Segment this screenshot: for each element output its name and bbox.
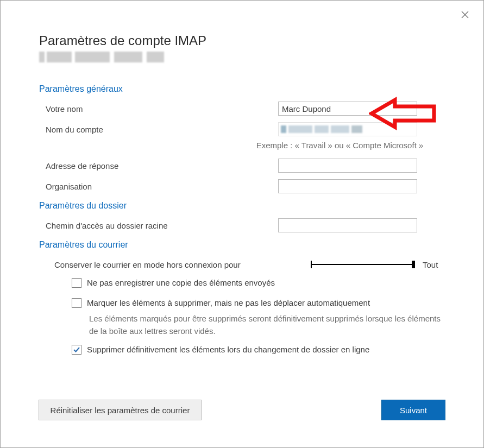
account-email-redacted (39, 52, 164, 62)
account-name-label: Nom du compte (39, 125, 278, 134)
offline-duration-value: Tout (423, 260, 438, 269)
root-path-input[interactable] (278, 218, 417, 232)
reply-address-label: Adresse de réponse (39, 161, 278, 171)
imap-settings-dialog: Paramètres de compte IMAP Paramètres gén… (0, 0, 484, 448)
mark-delete-checkbox[interactable] (72, 298, 81, 308)
purge-checkbox[interactable] (72, 345, 81, 355)
account-name-input-redacted[interactable] (278, 122, 417, 136)
section-mail-heading: Paramètres du courrier (39, 240, 445, 250)
no-save-sent-checkbox[interactable] (72, 278, 81, 288)
dialog-title: Paramètres de compte IMAP (39, 33, 464, 48)
mark-delete-label: Marquer les éléments à supprimer, mais n… (87, 297, 370, 308)
root-path-label: Chemin d'accès au dossier racine (39, 221, 278, 230)
your-name-input[interactable] (278, 102, 417, 116)
reply-address-input[interactable] (278, 159, 417, 173)
section-folder-heading: Paramètres du dossier (39, 201, 445, 211)
close-icon[interactable] (458, 8, 472, 21)
your-name-label: Votre nom (39, 104, 278, 113)
purge-label: Supprimer définitivement les éléments lo… (87, 344, 369, 355)
no-save-sent-label: Ne pas enregistrer une copie des élément… (87, 277, 275, 288)
offline-duration-slider[interactable] (311, 260, 414, 269)
offline-duration-label: Conserver le courrier en mode hors conne… (39, 260, 311, 269)
next-button[interactable]: Suivant (381, 400, 445, 420)
organization-label: Organisation (39, 182, 278, 191)
reset-mail-settings-button[interactable]: Réinitialiser les paramètres de courrier (39, 400, 202, 420)
section-general-heading: Paramètres généraux (39, 84, 445, 94)
organization-input[interactable] (278, 179, 417, 193)
mark-delete-helper: Les éléments marqués pour être supprimés… (39, 313, 445, 339)
account-name-example-hint: Exemple : « Travail » ou « Compte Micros… (235, 141, 445, 150)
